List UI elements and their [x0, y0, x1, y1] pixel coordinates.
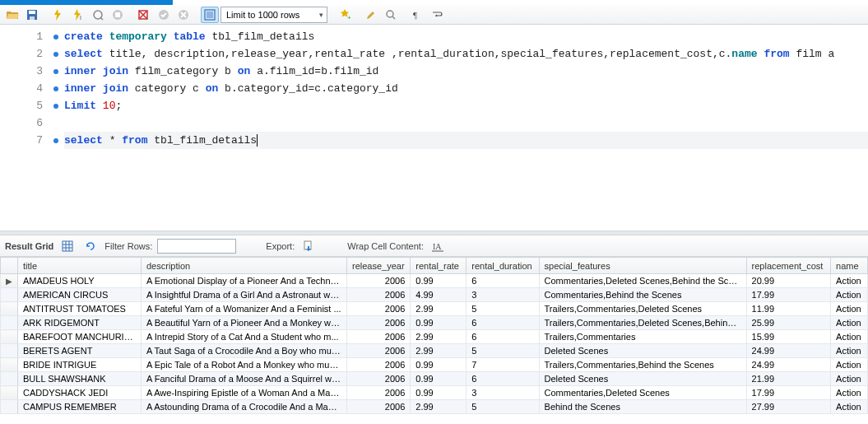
- cell-rental_duration[interactable]: 5: [466, 400, 539, 414]
- column-header-description[interactable]: description: [142, 258, 347, 274]
- cell-description[interactable]: A Fanciful Drama of a Moose And a Squirr…: [142, 372, 347, 386]
- column-header-name[interactable]: name: [831, 258, 868, 274]
- cell-replacement_cost[interactable]: 27.99: [746, 400, 831, 414]
- column-header-rental_rate[interactable]: rental_rate: [411, 258, 466, 274]
- cell-release_year[interactable]: 2006: [347, 358, 411, 372]
- cell-rental_duration[interactable]: 3: [466, 386, 539, 400]
- cell-name[interactable]: Action: [831, 330, 868, 344]
- row-handle[interactable]: [1, 386, 18, 400]
- cell-name[interactable]: Action: [831, 274, 868, 288]
- results-grid-wrapper[interactable]: titledescriptionrelease_yearrental_rater…: [0, 257, 868, 424]
- cell-description[interactable]: A Fateful Yarn of a Womanizer And a Femi…: [142, 302, 347, 316]
- wrap-cell-button[interactable]: IA: [429, 238, 447, 254]
- cell-description[interactable]: A Emotional Display of a Pioneer And a T…: [142, 274, 347, 288]
- row-handle[interactable]: [1, 302, 18, 316]
- row-handle[interactable]: [1, 358, 18, 372]
- cell-release_year[interactable]: 2006: [347, 386, 411, 400]
- cell-title[interactable]: AMADEUS HOLY: [18, 274, 142, 288]
- cell-rental_duration[interactable]: 6: [466, 330, 539, 344]
- results-grid[interactable]: titledescriptionrelease_yearrental_rater…: [0, 257, 868, 414]
- cell-replacement_cost[interactable]: 17.99: [746, 386, 831, 400]
- cell-description[interactable]: A Taut Saga of a Crocodile And a Boy who…: [142, 344, 347, 358]
- cell-replacement_cost[interactable]: 21.99: [746, 372, 831, 386]
- row-handle[interactable]: [1, 288, 18, 302]
- row-handle[interactable]: [1, 330, 18, 344]
- cell-special_features[interactable]: Commentaries,Deleted Scenes: [539, 386, 746, 400]
- commit-button[interactable]: [155, 7, 173, 23]
- toggle-autocommit-button[interactable]: [135, 7, 153, 23]
- cell-release_year[interactable]: 2006: [347, 330, 411, 344]
- cell-rental_rate[interactable]: 0.99: [411, 316, 466, 330]
- cell-release_year[interactable]: 2006: [347, 288, 411, 302]
- table-row[interactable]: ▶AMADEUS HOLYA Emotional Display of a Pi…: [1, 274, 868, 288]
- result-grid-view-button[interactable]: [58, 238, 77, 254]
- cell-title[interactable]: ARK RIDGEMONT: [18, 316, 142, 330]
- toggle-limit-button[interactable]: [201, 7, 219, 23]
- column-header-title[interactable]: title: [18, 258, 142, 274]
- cell-rental_rate[interactable]: 4.99: [411, 288, 466, 302]
- cell-title[interactable]: CADDYSHACK JEDI: [18, 386, 142, 400]
- column-header-special_features[interactable]: special_features: [539, 258, 746, 274]
- cell-title[interactable]: BAREFOOT MANCHURIAN: [18, 330, 142, 344]
- cell-special_features[interactable]: Trailers,Commentaries,Deleted Scenes,Beh…: [539, 316, 746, 330]
- table-row[interactable]: BRIDE INTRIGUEA Epic Tale of a Robot And…: [1, 358, 868, 372]
- cell-rental_rate[interactable]: 0.99: [411, 274, 466, 288]
- cell-rental_duration[interactable]: 6: [466, 372, 539, 386]
- row-handle[interactable]: [1, 316, 18, 330]
- row-limit-dropdown[interactable]: Limit to 1000 rows ▾: [220, 7, 327, 23]
- cell-name[interactable]: Action: [831, 288, 868, 302]
- brush-button[interactable]: [362, 7, 380, 23]
- cell-special_features[interactable]: Deleted Scenes: [539, 344, 746, 358]
- cell-release_year[interactable]: 2006: [347, 344, 411, 358]
- table-row[interactable]: ARK RIDGEMONTA Beautiful Yarn of a Pione…: [1, 316, 868, 330]
- toggle-invisible-button[interactable]: ¶: [408, 7, 426, 23]
- cell-rental_duration[interactable]: 5: [466, 344, 539, 358]
- cell-name[interactable]: Action: [831, 400, 868, 414]
- execute-button[interactable]: [49, 7, 67, 23]
- cell-release_year[interactable]: 2006: [347, 400, 411, 414]
- cell-rental_duration[interactable]: 6: [466, 274, 539, 288]
- column-header-replacement_cost[interactable]: replacement_cost: [746, 258, 831, 274]
- refresh-button[interactable]: [81, 238, 100, 254]
- editor-code[interactable]: create temporary table tbl_film_details …: [48, 25, 868, 231]
- cell-description[interactable]: A Astounding Drama of a Crocodile And a …: [142, 400, 347, 414]
- sql-editor[interactable]: 1234567 create temporary table tbl_film_…: [0, 25, 868, 231]
- cell-description[interactable]: A Beautiful Yarn of a Pioneer And a Monk…: [142, 316, 347, 330]
- cell-description[interactable]: A Intrepid Story of a Cat And a Student …: [142, 330, 347, 344]
- cell-special_features[interactable]: Behind the Scenes: [539, 400, 746, 414]
- table-row[interactable]: CADDYSHACK JEDIA Awe-Inspiring Epistle o…: [1, 386, 868, 400]
- cell-title[interactable]: AMERICAN CIRCUS: [18, 288, 142, 302]
- table-row[interactable]: ANTITRUST TOMATOESA Fateful Yarn of a Wo…: [1, 302, 868, 316]
- cell-title[interactable]: BULL SHAWSHANK: [18, 372, 142, 386]
- cell-rental_duration[interactable]: 3: [466, 288, 539, 302]
- row-handle[interactable]: [1, 372, 18, 386]
- table-row[interactable]: CAMPUS REMEMBERA Astounding Drama of a C…: [1, 400, 868, 414]
- table-row[interactable]: AMERICAN CIRCUSA Insightful Drama of a G…: [1, 288, 868, 302]
- cell-replacement_cost[interactable]: 20.99: [746, 274, 831, 288]
- cell-release_year[interactable]: 2006: [347, 316, 411, 330]
- cell-replacement_cost[interactable]: 15.99: [746, 330, 831, 344]
- cell-description[interactable]: A Insightful Drama of a Girl And a Astro…: [142, 288, 347, 302]
- export-button[interactable]: [299, 238, 318, 254]
- cell-name[interactable]: Action: [831, 344, 868, 358]
- cell-rental_rate[interactable]: 2.99: [411, 344, 466, 358]
- cell-title[interactable]: BERETS AGENT: [18, 344, 142, 358]
- search-button[interactable]: [382, 7, 400, 23]
- toggle-wrap-button[interactable]: [428, 7, 446, 23]
- cell-special_features[interactable]: Commentaries,Deleted Scenes,Behind the S…: [539, 274, 746, 288]
- table-row[interactable]: BULL SHAWSHANKA Fanciful Drama of a Moos…: [1, 372, 868, 386]
- save-button[interactable]: [23, 7, 41, 23]
- column-header-release_year[interactable]: release_year: [347, 258, 411, 274]
- cell-title[interactable]: ANTITRUST TOMATOES: [18, 302, 142, 316]
- beautify-button[interactable]: +: [336, 7, 354, 23]
- cell-release_year[interactable]: 2006: [347, 302, 411, 316]
- cell-replacement_cost[interactable]: 24.99: [746, 344, 831, 358]
- cell-special_features[interactable]: Commentaries,Behind the Scenes: [539, 288, 746, 302]
- cell-name[interactable]: Action: [831, 358, 868, 372]
- cell-rental_rate[interactable]: 0.99: [411, 386, 466, 400]
- cell-rental_rate[interactable]: 2.99: [411, 400, 466, 414]
- cell-rental_rate[interactable]: 0.99: [411, 358, 466, 372]
- row-handle[interactable]: ▶: [1, 274, 18, 288]
- rollback-button[interactable]: [174, 7, 193, 23]
- cell-special_features[interactable]: Trailers,Commentaries,Deleted Scenes: [539, 302, 746, 316]
